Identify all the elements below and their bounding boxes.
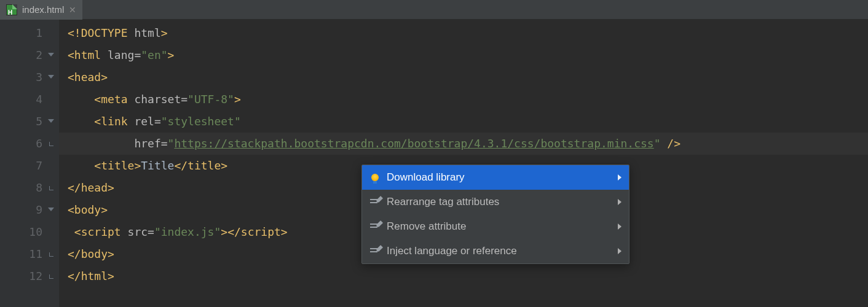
html-file-icon bbox=[6, 4, 17, 15]
submenu-arrow-icon bbox=[618, 199, 621, 205]
line-number[interactable]: 5 bbox=[0, 111, 58, 133]
line-number[interactable]: 9 bbox=[0, 199, 58, 221]
fold-end-icon bbox=[49, 186, 53, 190]
fold-end-icon bbox=[49, 274, 53, 279]
submenu-arrow-icon bbox=[618, 174, 621, 181]
intention-rearrange-attributes[interactable]: Rearrange tag attributes bbox=[362, 190, 629, 214]
lightbulb-icon bbox=[369, 172, 381, 183]
tab-filename: index.html bbox=[22, 4, 64, 15]
intention-download-library[interactable]: Download library bbox=[362, 165, 629, 190]
edit-icon bbox=[369, 196, 381, 208]
line-number[interactable]: 7 bbox=[0, 155, 58, 177]
edit-icon bbox=[369, 221, 381, 232]
fold-toggle-icon[interactable] bbox=[48, 75, 53, 80]
intention-inject-language[interactable]: Inject language or reference bbox=[362, 239, 629, 263]
fold-toggle-icon[interactable] bbox=[48, 119, 53, 125]
edit-icon bbox=[369, 246, 381, 257]
line-number[interactable]: 8 bbox=[0, 177, 58, 199]
intention-label: Rearrange tag attributes bbox=[387, 196, 499, 208]
intention-label: Download library bbox=[387, 171, 465, 184]
fold-toggle-icon[interactable] bbox=[48, 208, 53, 213]
line-number[interactable]: 6 bbox=[0, 133, 58, 155]
line-number[interactable]: 4 bbox=[0, 88, 58, 111]
submenu-arrow-icon bbox=[618, 223, 621, 230]
file-tab-index-html[interactable]: index.html ✕ bbox=[0, 0, 82, 19]
fold-toggle-icon[interactable] bbox=[48, 53, 53, 58]
line-number[interactable]: 11 bbox=[0, 243, 58, 265]
line-number[interactable]: 2 bbox=[0, 44, 58, 66]
submenu-arrow-icon bbox=[618, 248, 621, 254]
intention-label: Inject language or reference bbox=[387, 245, 517, 257]
tab-bar: index.html ✕ bbox=[0, 0, 868, 20]
line-number[interactable]: 3 bbox=[0, 66, 58, 88]
close-tab-icon[interactable]: ✕ bbox=[69, 5, 76, 15]
gutter: 1 2 3 4 5 6 7 8 9 10 11 12 bbox=[0, 20, 59, 307]
line-number[interactable]: 1 bbox=[0, 22, 58, 44]
intention-actions-popup: Download library Rearrange tag attribute… bbox=[361, 165, 629, 264]
caret-line[interactable]: href="https://stackpath.bootstrapcdn.com… bbox=[59, 133, 868, 155]
line-number[interactable]: 12 bbox=[0, 265, 58, 287]
intention-remove-attribute[interactable]: Remove attribute bbox=[362, 214, 629, 239]
intention-label: Remove attribute bbox=[387, 220, 466, 233]
fold-end-icon bbox=[49, 252, 53, 257]
fold-end-icon bbox=[49, 142, 53, 146]
line-number[interactable]: 10 bbox=[0, 221, 58, 243]
